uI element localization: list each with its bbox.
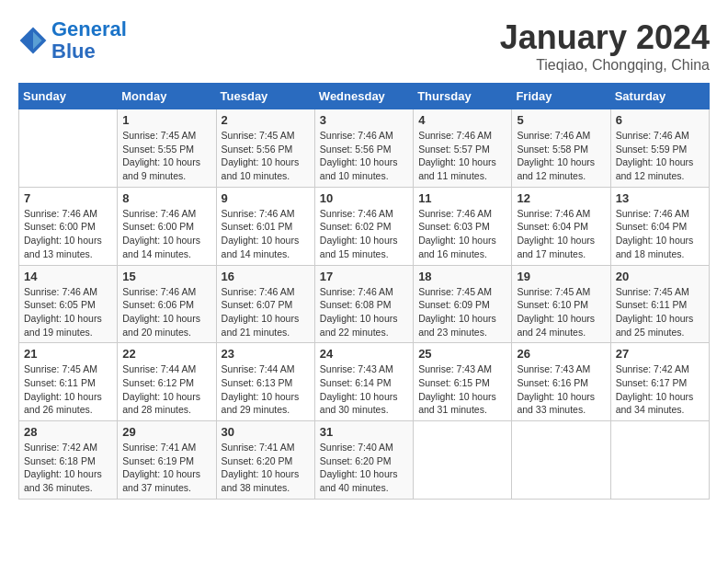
day-cell: 24Sunrise: 7:43 AM Sunset: 6:14 PM Dayli… bbox=[314, 343, 413, 421]
day-number: 21 bbox=[24, 347, 112, 361]
day-info: Sunrise: 7:40 AM Sunset: 6:20 PM Dayligh… bbox=[320, 441, 408, 495]
day-info: Sunrise: 7:46 AM Sunset: 6:07 PM Dayligh… bbox=[222, 285, 310, 339]
weekday-header: Tuesday bbox=[216, 84, 314, 109]
calendar-table: SundayMondayTuesdayWednesdayThursdayFrid… bbox=[18, 83, 710, 500]
day-info: Sunrise: 7:46 AM Sunset: 6:03 PM Dayligh… bbox=[418, 207, 506, 261]
day-cell: 27Sunrise: 7:42 AM Sunset: 6:17 PM Dayli… bbox=[610, 343, 709, 421]
weekday-header: Wednesday bbox=[314, 84, 413, 109]
day-number: 19 bbox=[517, 270, 605, 283]
day-info: Sunrise: 7:41 AM Sunset: 6:19 PM Dayligh… bbox=[122, 441, 210, 495]
day-cell: 18Sunrise: 7:45 AM Sunset: 6:09 PM Dayli… bbox=[414, 265, 512, 343]
week-row: 7Sunrise: 7:46 AM Sunset: 6:00 PM Daylig… bbox=[19, 187, 710, 265]
day-cell: 21Sunrise: 7:45 AM Sunset: 6:11 PM Dayli… bbox=[19, 343, 118, 421]
day-cell: 10Sunrise: 7:46 AM Sunset: 6:02 PM Dayli… bbox=[314, 187, 413, 265]
day-number: 26 bbox=[517, 347, 605, 361]
day-cell: 19Sunrise: 7:45 AM Sunset: 6:10 PM Dayli… bbox=[512, 265, 610, 343]
day-info: Sunrise: 7:46 AM Sunset: 6:04 PM Dayligh… bbox=[517, 207, 605, 261]
day-cell: 16Sunrise: 7:46 AM Sunset: 6:07 PM Dayli… bbox=[216, 265, 314, 343]
week-row: 21Sunrise: 7:45 AM Sunset: 6:11 PM Dayli… bbox=[19, 343, 710, 421]
day-info: Sunrise: 7:43 AM Sunset: 6:14 PM Dayligh… bbox=[320, 362, 408, 417]
page-header: General Blue January 2024 Tieqiao, Chong… bbox=[18, 18, 710, 74]
day-info: Sunrise: 7:45 AM Sunset: 5:55 PM Dayligh… bbox=[122, 129, 210, 183]
week-row: 1Sunrise: 7:45 AM Sunset: 5:55 PM Daylig… bbox=[19, 109, 710, 188]
day-number: 18 bbox=[418, 270, 506, 283]
day-info: Sunrise: 7:45 AM Sunset: 6:10 PM Dayligh… bbox=[517, 285, 605, 339]
day-cell bbox=[610, 421, 709, 500]
day-info: Sunrise: 7:46 AM Sunset: 6:06 PM Dayligh… bbox=[122, 285, 210, 339]
day-number: 16 bbox=[222, 270, 310, 283]
logo-text: General Blue bbox=[51, 18, 127, 63]
day-info: Sunrise: 7:41 AM Sunset: 6:20 PM Dayligh… bbox=[222, 441, 310, 495]
day-info: Sunrise: 7:46 AM Sunset: 5:57 PM Dayligh… bbox=[418, 129, 506, 183]
day-cell: 6Sunrise: 7:46 AM Sunset: 5:59 PM Daylig… bbox=[610, 109, 709, 188]
day-info: Sunrise: 7:46 AM Sunset: 6:05 PM Dayligh… bbox=[24, 285, 112, 339]
month-title: January 2024 bbox=[500, 18, 710, 57]
day-cell: 26Sunrise: 7:43 AM Sunset: 6:16 PM Dayli… bbox=[512, 343, 610, 421]
day-cell: 1Sunrise: 7:45 AM Sunset: 5:55 PM Daylig… bbox=[118, 109, 216, 188]
day-number: 27 bbox=[616, 347, 704, 361]
day-number: 20 bbox=[616, 270, 704, 283]
day-cell: 12Sunrise: 7:46 AM Sunset: 6:04 PM Dayli… bbox=[512, 187, 610, 265]
day-info: Sunrise: 7:44 AM Sunset: 6:13 PM Dayligh… bbox=[222, 362, 310, 417]
day-info: Sunrise: 7:43 AM Sunset: 6:15 PM Dayligh… bbox=[418, 362, 506, 417]
day-number: 10 bbox=[320, 191, 408, 205]
day-info: Sunrise: 7:42 AM Sunset: 6:17 PM Dayligh… bbox=[616, 362, 704, 417]
day-cell: 8Sunrise: 7:46 AM Sunset: 6:00 PM Daylig… bbox=[118, 187, 216, 265]
day-number: 25 bbox=[418, 347, 506, 361]
day-info: Sunrise: 7:46 AM Sunset: 5:59 PM Dayligh… bbox=[616, 129, 704, 183]
day-number: 14 bbox=[24, 270, 112, 283]
day-cell: 28Sunrise: 7:42 AM Sunset: 6:18 PM Dayli… bbox=[19, 421, 118, 500]
day-cell: 25Sunrise: 7:43 AM Sunset: 6:15 PM Dayli… bbox=[414, 343, 512, 421]
day-number: 17 bbox=[320, 270, 408, 283]
weekday-header: Saturday bbox=[610, 84, 709, 109]
day-number: 13 bbox=[616, 191, 704, 205]
day-cell: 31Sunrise: 7:40 AM Sunset: 6:20 PM Dayli… bbox=[314, 421, 413, 500]
day-info: Sunrise: 7:45 AM Sunset: 6:11 PM Dayligh… bbox=[24, 362, 112, 417]
weekday-header: Thursday bbox=[414, 84, 512, 109]
day-info: Sunrise: 7:46 AM Sunset: 6:08 PM Dayligh… bbox=[320, 285, 408, 339]
day-number: 23 bbox=[222, 347, 310, 361]
day-info: Sunrise: 7:43 AM Sunset: 6:16 PM Dayligh… bbox=[517, 362, 605, 417]
day-cell: 5Sunrise: 7:46 AM Sunset: 5:58 PM Daylig… bbox=[512, 109, 610, 188]
day-number: 30 bbox=[222, 425, 310, 439]
day-cell: 14Sunrise: 7:46 AM Sunset: 6:05 PM Dayli… bbox=[19, 265, 118, 343]
day-info: Sunrise: 7:42 AM Sunset: 6:18 PM Dayligh… bbox=[24, 441, 112, 495]
day-info: Sunrise: 7:46 AM Sunset: 6:00 PM Dayligh… bbox=[122, 207, 210, 261]
week-row: 28Sunrise: 7:42 AM Sunset: 6:18 PM Dayli… bbox=[19, 421, 710, 500]
day-number: 24 bbox=[320, 347, 408, 361]
day-info: Sunrise: 7:46 AM Sunset: 6:00 PM Dayligh… bbox=[24, 207, 112, 261]
day-number: 28 bbox=[24, 425, 112, 439]
day-number: 29 bbox=[122, 425, 210, 439]
day-info: Sunrise: 7:44 AM Sunset: 6:12 PM Dayligh… bbox=[122, 362, 210, 417]
day-cell: 11Sunrise: 7:46 AM Sunset: 6:03 PM Dayli… bbox=[414, 187, 512, 265]
day-number: 12 bbox=[517, 191, 605, 205]
day-cell: 17Sunrise: 7:46 AM Sunset: 6:08 PM Dayli… bbox=[314, 265, 413, 343]
day-number: 31 bbox=[320, 425, 408, 439]
title-block: January 2024 Tieqiao, Chongqing, China bbox=[500, 18, 710, 74]
week-row: 14Sunrise: 7:46 AM Sunset: 6:05 PM Dayli… bbox=[19, 265, 710, 343]
day-number: 1 bbox=[122, 113, 210, 127]
day-cell: 30Sunrise: 7:41 AM Sunset: 6:20 PM Dayli… bbox=[216, 421, 314, 500]
day-number: 5 bbox=[517, 113, 605, 127]
day-cell: 9Sunrise: 7:46 AM Sunset: 6:01 PM Daylig… bbox=[216, 187, 314, 265]
day-info: Sunrise: 7:45 AM Sunset: 6:09 PM Dayligh… bbox=[418, 285, 506, 339]
location: Tieqiao, Chongqing, China bbox=[500, 57, 710, 74]
day-cell bbox=[414, 421, 512, 500]
day-number: 9 bbox=[222, 191, 310, 205]
day-info: Sunrise: 7:46 AM Sunset: 5:56 PM Dayligh… bbox=[320, 129, 408, 183]
day-number: 15 bbox=[122, 270, 210, 283]
day-number: 8 bbox=[122, 191, 210, 205]
day-number: 11 bbox=[418, 191, 506, 205]
weekday-header: Friday bbox=[512, 84, 610, 109]
day-number: 3 bbox=[320, 113, 408, 127]
logo: General Blue bbox=[18, 18, 127, 63]
day-cell: 29Sunrise: 7:41 AM Sunset: 6:19 PM Dayli… bbox=[118, 421, 216, 500]
day-cell: 4Sunrise: 7:46 AM Sunset: 5:57 PM Daylig… bbox=[414, 109, 512, 188]
day-number: 7 bbox=[24, 191, 112, 205]
day-cell: 15Sunrise: 7:46 AM Sunset: 6:06 PM Dayli… bbox=[118, 265, 216, 343]
day-number: 2 bbox=[222, 113, 310, 127]
day-cell: 2Sunrise: 7:45 AM Sunset: 5:56 PM Daylig… bbox=[216, 109, 314, 188]
day-cell: 7Sunrise: 7:46 AM Sunset: 6:00 PM Daylig… bbox=[19, 187, 118, 265]
day-info: Sunrise: 7:46 AM Sunset: 6:01 PM Dayligh… bbox=[222, 207, 310, 261]
day-info: Sunrise: 7:46 AM Sunset: 5:58 PM Dayligh… bbox=[517, 129, 605, 183]
